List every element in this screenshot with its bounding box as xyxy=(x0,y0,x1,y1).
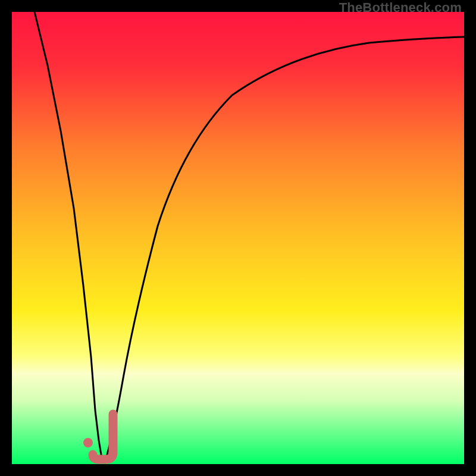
chart-plot-area xyxy=(12,12,464,464)
marker-dot xyxy=(83,438,93,447)
outer-frame: TheBottleneck.com xyxy=(0,0,476,476)
gradient-background xyxy=(12,12,464,464)
chart-svg xyxy=(12,12,464,464)
